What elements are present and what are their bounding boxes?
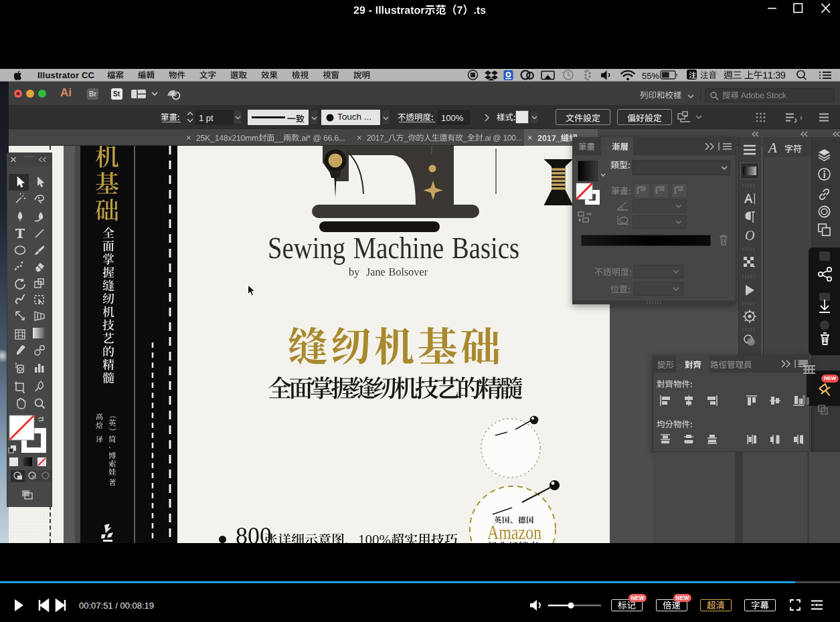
svg-text:A: A xyxy=(767,140,777,155)
svg-text:O: O xyxy=(745,229,754,243)
